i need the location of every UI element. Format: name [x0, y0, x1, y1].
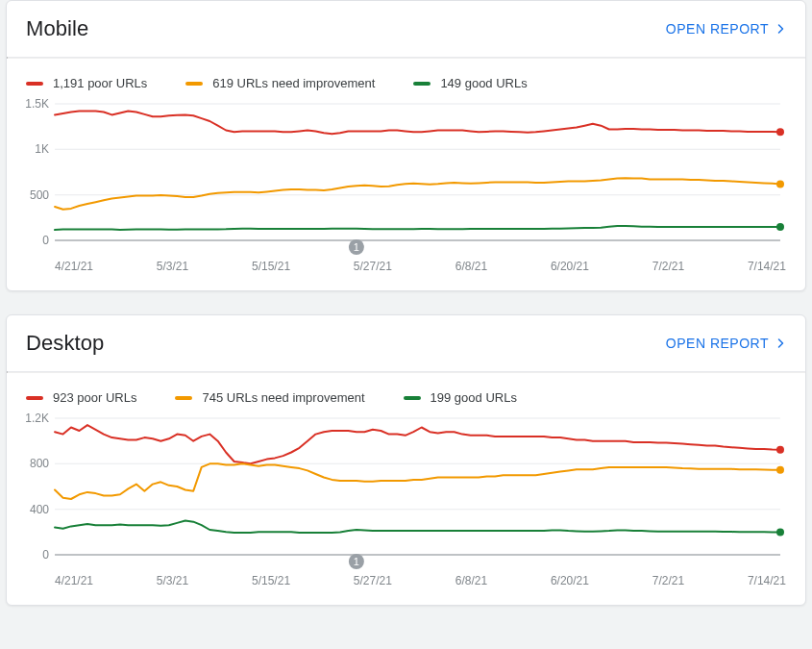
xtick-label: 7/14/21 [748, 574, 786, 587]
series-poor [55, 112, 780, 135]
legend-label: 745 URLs need improvement [202, 390, 364, 405]
desktop-xaxis: 4/21/215/3/215/15/215/27/216/8/216/20/21… [26, 574, 786, 587]
xtick-label: 5/3/21 [157, 574, 188, 587]
desktop-card-header: Desktop OPEN REPORT [7, 315, 805, 371]
chevron-right-icon [775, 337, 786, 349]
series-end-good [776, 223, 784, 231]
legend-label: 149 good URLs [440, 76, 527, 90]
series-end-poor [776, 128, 784, 136]
chevron-right-icon [775, 23, 786, 35]
desktop-chart: 04008001.2K1 [26, 414, 786, 568]
legend-swatch-good [404, 396, 421, 400]
xtick-label: 5/15/21 [252, 260, 290, 273]
mobile-chart: 05001K1.5K1 [26, 100, 786, 254]
svg-text:400: 400 [30, 503, 49, 516]
legend-label: 1,191 poor URLs [53, 76, 147, 90]
svg-text:0: 0 [42, 234, 49, 247]
svg-text:0: 0 [42, 548, 49, 562]
desktop-card-title: Desktop [26, 331, 104, 356]
xtick-label: 6/20/21 [551, 574, 589, 587]
svg-text:500: 500 [30, 188, 49, 202]
xtick-label: 7/2/21 [652, 574, 684, 587]
series-end-poor [776, 446, 784, 454]
legend-swatch-good [413, 82, 431, 86]
open-report-label: OPEN REPORT [666, 336, 769, 351]
xtick-label: 4/21/21 [55, 574, 93, 587]
xtick-label: 6/8/21 [455, 574, 487, 587]
mobile-card-header: Mobile OPEN REPORT [7, 1, 805, 57]
open-report-label: OPEN REPORT [666, 21, 769, 37]
xtick-label: 6/20/21 [551, 260, 589, 273]
series-good [55, 226, 780, 230]
desktop-legend: 923 poor URLs 745 URLs need improvement … [7, 373, 805, 414]
series-end-good [776, 528, 784, 536]
xtick-label: 5/15/21 [252, 574, 290, 587]
series-needs [55, 463, 780, 499]
legend-swatch-needs [175, 396, 192, 400]
series-end-needs [776, 180, 784, 187]
legend-swatch-poor [26, 396, 43, 400]
svg-text:1.2K: 1.2K [25, 412, 49, 425]
legend-item-needs: 745 URLs need improvement [175, 390, 364, 405]
desktop-open-report-link[interactable]: OPEN REPORT [666, 336, 786, 351]
mobile-card: Mobile OPEN REPORT 1,191 poor URLs 619 U… [6, 0, 806, 291]
xtick-label: 6/8/21 [455, 260, 487, 273]
xtick-label: 5/27/21 [354, 574, 392, 587]
legend-label: 619 URLs need improvement [212, 76, 375, 90]
series-poor [55, 425, 780, 463]
mobile-open-report-link[interactable]: OPEN REPORT [666, 21, 786, 37]
svg-text:1K: 1K [35, 142, 49, 156]
mobile-card-title: Mobile [26, 16, 88, 41]
legend-swatch-poor [26, 82, 43, 86]
legend-label: 199 good URLs [431, 390, 517, 405]
legend-item-poor: 923 poor URLs [26, 390, 136, 405]
xtick-label: 7/2/21 [652, 260, 684, 273]
legend-item-poor: 1,191 poor URLs [26, 76, 147, 90]
mobile-legend: 1,191 poor URLs 619 URLs need improvemen… [7, 59, 805, 100]
desktop-card: Desktop OPEN REPORT 923 poor URLs 745 UR… [6, 314, 806, 606]
svg-text:1: 1 [354, 556, 359, 567]
series-end-needs [776, 466, 784, 474]
svg-text:800: 800 [30, 457, 49, 470]
mobile-xaxis: 4/21/215/3/215/15/215/27/216/8/216/20/21… [26, 260, 786, 273]
legend-label: 923 poor URLs [53, 390, 136, 405]
legend-item-good: 149 good URLs [413, 76, 527, 90]
svg-text:1.5K: 1.5K [25, 97, 49, 111]
xtick-label: 5/3/21 [157, 260, 188, 273]
legend-item-needs: 619 URLs need improvement [185, 76, 375, 90]
xtick-label: 4/21/21 [55, 260, 93, 273]
xtick-label: 7/14/21 [748, 260, 786, 273]
series-good [55, 521, 780, 533]
svg-text:1: 1 [354, 241, 359, 253]
xtick-label: 5/27/21 [354, 260, 392, 273]
legend-item-good: 199 good URLs [404, 390, 517, 405]
series-needs [55, 178, 780, 210]
legend-swatch-needs [185, 82, 203, 86]
